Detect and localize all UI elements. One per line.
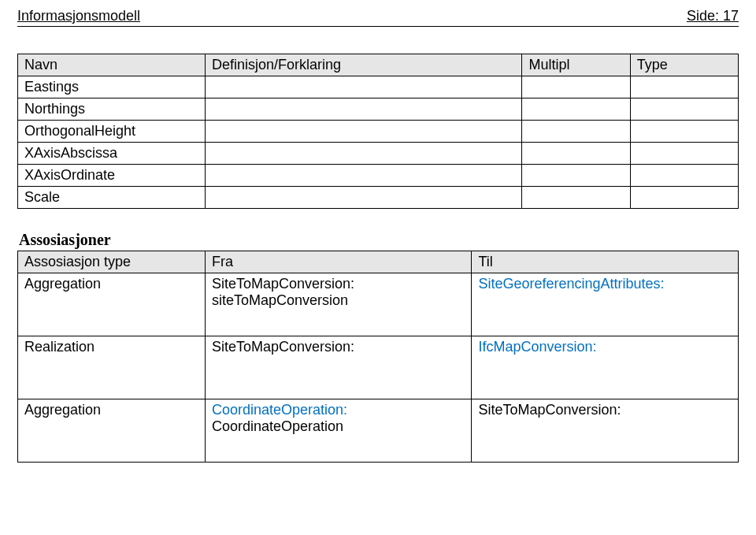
col-navn: Navn [18, 54, 206, 76]
fra-text: SiteToMapConversion: [212, 339, 354, 355]
fra-link[interactable]: CoordinateOperation: [212, 402, 347, 418]
cell-multipl [522, 187, 630, 209]
cell-def [205, 121, 522, 143]
col-def: Definisjon/Forklaring [205, 54, 522, 76]
cell-multipl [522, 121, 630, 143]
cell-assoc-type: Aggregation [18, 273, 206, 336]
cell-til: SiteToMapConversion: [472, 399, 739, 463]
cell-def [205, 143, 522, 165]
cell-navn: Scale [18, 187, 206, 209]
cell-type [630, 76, 738, 98]
cell-type [630, 121, 738, 143]
cell-multipl [522, 98, 630, 121]
cell-multipl [522, 165, 630, 187]
cell-def [205, 76, 522, 98]
cell-til: IfcMapConversion: [472, 336, 739, 399]
assoc-row: Realization SiteToMapConversion: IfcMapC… [18, 336, 739, 399]
cell-fra: CoordinateOperation: CoordinateOperation [205, 399, 472, 463]
cell-type [630, 143, 738, 165]
cell-navn: OrthogonalHeight [18, 121, 206, 143]
table-header-row: Navn Definisjon/Forklaring Multipl Type [18, 54, 739, 76]
cell-navn: XAxisAbscissa [18, 143, 206, 165]
til-link[interactable]: SiteGeoreferencingAttributes: [478, 276, 664, 292]
cell-assoc-type: Realization [18, 336, 206, 399]
cell-navn: XAxisOrdinate [18, 165, 206, 187]
cell-navn: Eastings [18, 76, 206, 98]
page-header: Informasjonsmodell Side: 17 [17, 8, 739, 27]
table-row: Northings [18, 98, 739, 121]
cell-def [205, 98, 522, 121]
table-row: Eastings [18, 76, 739, 98]
assoc-header-row: Assosiasjon type Fra Til [18, 251, 739, 273]
table-row: XAxisOrdinate [18, 165, 739, 187]
cell-navn: Northings [18, 98, 206, 121]
attributes-table: Navn Definisjon/Forklaring Multipl Type … [17, 54, 739, 209]
cell-type [630, 98, 738, 121]
cell-def [205, 165, 522, 187]
table-row: XAxisAbscissa [18, 143, 739, 165]
header-right: Side: 17 [687, 8, 739, 24]
cell-type [630, 165, 738, 187]
til-text: SiteToMapConversion: [478, 402, 621, 418]
col-assoc-type: Assosiasjon type [18, 251, 206, 273]
col-til: Til [472, 251, 739, 273]
col-multipl: Multipl [522, 54, 630, 76]
col-fra: Fra [205, 251, 472, 273]
assoc-row: Aggregation CoordinateOperation: Coordin… [18, 399, 739, 463]
header-left: Informasjonsmodell [17, 8, 140, 24]
cell-def [205, 187, 522, 209]
cell-type [630, 187, 738, 209]
associations-table: Assosiasjon type Fra Til Aggregation Sit… [17, 251, 739, 463]
assoc-row: Aggregation SiteToMapConversion: siteToM… [18, 273, 739, 336]
cell-assoc-type: Aggregation [18, 399, 206, 463]
table-row: Scale [18, 187, 739, 209]
fra-text: SiteToMapConversion: siteToMapConversion [212, 276, 354, 308]
cell-multipl [522, 76, 630, 98]
cell-fra: SiteToMapConversion: [205, 336, 472, 399]
table-row: OrthogonalHeight [18, 121, 739, 143]
col-type: Type [630, 54, 738, 76]
cell-fra: SiteToMapConversion: siteToMapConversion [205, 273, 472, 336]
cell-til: SiteGeoreferencingAttributes: [472, 273, 739, 336]
cell-multipl [522, 143, 630, 165]
fra-suffix: CoordinateOperation [212, 418, 343, 434]
page-container: Informasjonsmodell Side: 17 Navn Definis… [0, 0, 756, 478]
assosiasjoner-title: Assosiasjoner [19, 231, 739, 249]
til-link[interactable]: IfcMapConversion: [478, 339, 596, 355]
